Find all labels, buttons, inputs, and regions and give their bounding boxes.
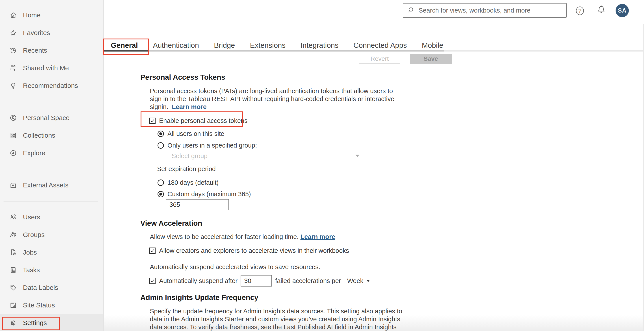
svg-text:?: ? [578,7,582,14]
pat-scope-all-label: All users on this site [168,130,224,137]
allow-acceleration-row: Allow creators and explorers to accelera… [149,246,349,255]
sidebar-item-favorites[interactable]: Favorites [0,24,103,42]
chevron-down-icon[interactable] [366,280,370,282]
sidebar-item-label: Data Labels [23,284,58,291]
tab-connected-apps[interactable]: Connected Apps [346,40,414,50]
sidebar-item-users[interactable]: Users [0,208,103,226]
sidebar-item-label: Personal Space [23,114,70,122]
sidebar-item-label: Users [23,213,40,221]
jobs-icon [9,248,17,256]
user-avatar[interactable]: SA [616,4,629,17]
view-acceleration-description: Allow views to be accelerated for faster… [150,233,335,241]
recommendations-icon [9,82,17,90]
revert-button[interactable]: Revert [359,54,400,64]
checkmark-icon [150,248,155,253]
suspend-period-select[interactable]: Week [347,277,363,285]
notifications-button[interactable] [596,5,607,17]
expiration-custom-label: Custom days (maximum 365) [168,191,251,198]
sidebar-item-label: Collections [23,132,55,139]
sidebar-item-data-labels[interactable]: Data Labels [0,279,103,297]
shared-with-me-icon [9,64,17,72]
sidebar-item-label: Explore [23,149,46,157]
sidebar-item-label: Home [23,11,40,19]
sidebar-divider [4,169,98,169]
suspend-note: Automatically suspend accelerated views … [150,263,320,271]
auto-suspend-checkbox[interactable] [149,278,156,284]
expiration-default-radio[interactable] [158,179,164,186]
tab-extensions[interactable]: Extensions [242,40,293,50]
global-search[interactable] [403,3,567,18]
sidebar-item-label: Shared with Me [23,64,69,72]
sidebar-item-settings[interactable]: Settings [0,314,103,331]
allow-acceleration-label: Allow creators and explorers to accelera… [159,247,349,254]
sidebar-item-label: Groups [23,231,44,239]
enable-pat-checkbox[interactable] [149,118,156,124]
custom-days-input[interactable] [166,199,229,210]
recents-icon [9,46,17,54]
tab-bridge[interactable]: Bridge [206,40,242,50]
sidebar-item-shared-with-me[interactable]: Shared with Me [0,59,103,77]
sidebar-item-collections[interactable]: Collections [0,127,103,144]
view-acceleration-title: View Acceleration [140,219,202,228]
sidebar-divider [4,202,98,202]
pat-learn-more-link[interactable]: Learn more [172,103,207,110]
checkmark-icon [150,279,155,283]
sidebar-item-label: Jobs [23,249,37,256]
home-icon [9,11,17,19]
sidebar-item-explore[interactable]: Explore [0,144,103,162]
tab-integrations[interactable]: Integrations [293,40,346,50]
auto-suspend-row: Automatically suspend after failed accel… [149,275,370,287]
sidebar-item-label: Tasks [23,266,40,274]
main-content: ? SA General Authentication Bridge Exten… [104,0,644,331]
sidebar-item-recommendations[interactable]: Recommendations [0,77,103,94]
search-icon [407,6,415,14]
favorites-icon [9,29,17,37]
sidebar-item-site-status[interactable]: Site Status [0,297,103,314]
tab-authentication[interactable]: Authentication [146,40,206,50]
sidebar-item-label: Settings [23,319,47,327]
view-acceleration-learn-more-link[interactable]: Learn more [300,233,335,241]
expiration-custom-radio[interactable] [158,191,164,197]
pat-scope-group-radio[interactable] [158,142,164,149]
sidebar-item-recents[interactable]: Recents [0,42,103,59]
sidebar-item-jobs[interactable]: Jobs [0,244,103,261]
toolbar-divider [104,66,644,66]
groups-icon [9,231,17,239]
allow-acceleration-checkbox[interactable] [149,248,156,254]
search-input[interactable] [418,5,566,16]
admin-insights-title: Admin Insights Update Frequency [140,293,258,302]
failed-accelerations-input[interactable] [240,275,272,287]
sidebar: Home Favorites Recents Shared with Me Re… [0,0,104,331]
save-button[interactable]: Save [410,54,452,64]
sidebar-item-personal-space[interactable]: Personal Space [0,109,103,127]
auto-suspend-prefix-label: Automatically suspend after [159,277,238,285]
users-icon [9,213,17,221]
auto-suspend-suffix-label: failed accelerations per [275,277,341,285]
chevron-down-icon [356,155,359,157]
help-icon: ? [574,5,586,16]
data-labels-icon [9,284,17,292]
tasks-icon [9,266,17,274]
scrollbar[interactable] [643,24,644,331]
checkmark-icon [150,118,155,123]
collections-icon [9,131,17,139]
sidebar-item-label: Site Status [23,302,55,309]
sidebar-item-label: Favorites [23,29,50,36]
tableau-site-settings-page: Home Favorites Recents Shared with Me Re… [0,0,644,331]
sidebar-item-label: Recommendations [23,82,78,89]
expiration-default-row: 180 days (default) [158,178,218,187]
enable-pat-row: Enable personal access tokens [149,116,248,125]
bell-icon [596,5,607,16]
pat-scope-all-radio[interactable] [158,131,164,137]
tab-general[interactable]: General [104,40,146,50]
expiration-custom-row: Custom days (maximum 365) [158,189,251,199]
sidebar-item-external-assets[interactable]: External Assets [0,176,103,194]
sidebar-item-groups[interactable]: Groups [0,226,103,244]
settings-icon [9,319,17,327]
tab-mobile[interactable]: Mobile [414,40,451,50]
help-button[interactable]: ? [574,5,586,17]
group-select[interactable]: Select group [166,150,365,162]
sidebar-item-tasks[interactable]: Tasks [0,261,103,279]
group-select-placeholder: Select group [172,152,208,160]
sidebar-item-home[interactable]: Home [0,6,103,24]
